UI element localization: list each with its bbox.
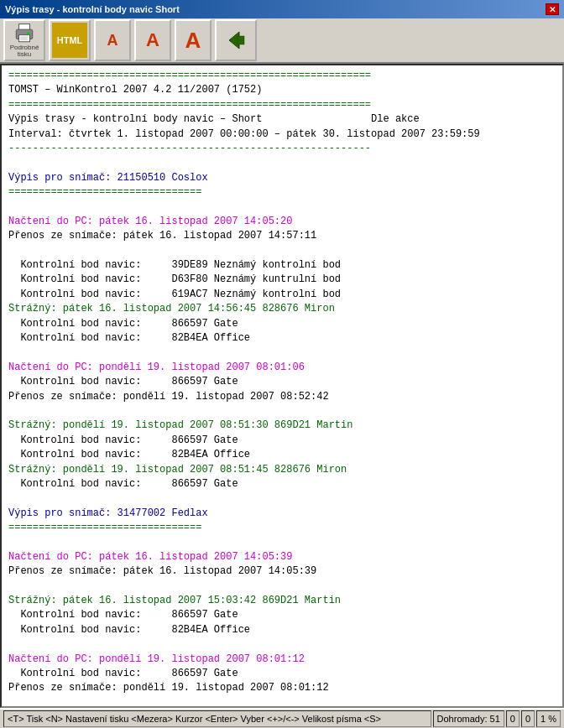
list-item <box>8 156 556 170</box>
list-item: Načtení do PC: pondělí 19. listopad 2007… <box>8 653 556 667</box>
status-zero1: 0 <box>506 710 520 727</box>
font-large-button[interactable]: A <box>175 19 212 61</box>
list-item: Kontrolní bod navic: 82B4EA Office <box>8 331 556 346</box>
svg-point-3 <box>27 32 29 34</box>
list-item: Kontrolní bod navic: 39DE89 Neznámý kont… <box>8 258 556 273</box>
list-item: Kontrolní bod navic: 82B4EA Office <box>8 448 556 462</box>
status-hint: <T> Tisk <N> Nastavení tisku <Mezera> Ku… <box>3 710 431 727</box>
printer-label: Podrobnétisku <box>10 44 39 58</box>
list-item <box>8 404 556 419</box>
list-item: TOMST – WinKontrol 2007 4.2 11/2007 (175… <box>8 83 556 97</box>
list-item: Kontrolní bod navic: D63F80 Neznámý kunt… <box>8 273 556 287</box>
close-button[interactable]: ✕ <box>546 3 559 15</box>
svg-rect-8 <box>238 36 244 44</box>
list-item: Kontrolní bod navic: 866597 Gate <box>8 477 556 491</box>
list-item: Strážný: pondělí 19. listopad 2007 08:51… <box>8 419 556 433</box>
html-button[interactable]: HTML <box>49 19 91 61</box>
list-item: Kontrolní bod navic: 866597 Gate <box>8 434 556 448</box>
list-item: Strážný: pátek 16. listopad 2007 14:56:4… <box>8 302 556 316</box>
font-large-icon: A <box>178 23 208 58</box>
list-item: Přenos ze snímače: pondělí 19. listopad … <box>8 681 556 695</box>
list-item: Přenos ze snímače: pátek 16. listopad 20… <box>8 229 556 243</box>
list-item: ================================ <box>8 185 556 200</box>
list-item: Přenos ze snímače: pondělí 19. listopad … <box>8 390 556 404</box>
list-item <box>8 244 556 258</box>
html-icon: HTML <box>52 23 87 58</box>
content-area[interactable]: ========================================… <box>0 64 564 708</box>
printer-icon: Podrobnétisku <box>7 23 42 58</box>
list-item <box>8 536 556 550</box>
print-button[interactable]: Podrobnétisku <box>3 19 45 61</box>
list-item <box>8 637 556 652</box>
font-medium-icon: A <box>138 23 168 58</box>
list-item <box>8 696 556 708</box>
toolbar: Podrobnétisku HTML A A A <box>0 18 564 64</box>
list-item: ----------------------------------------… <box>8 142 556 156</box>
list-item <box>8 200 556 215</box>
status-bar: <T> Tisk <N> Nastavení tisku <Mezera> Ku… <box>0 708 564 728</box>
back-icon <box>218 23 253 58</box>
list-item: Načtení do PC: pátek 16. listopad 2007 1… <box>8 550 556 564</box>
status-total: Dohromady: 51 <box>433 710 504 727</box>
status-zero2: 0 <box>521 710 535 727</box>
list-item: ========================================… <box>8 98 556 112</box>
list-item: Výpis trasy - kontrolní body navic – Sho… <box>8 112 556 127</box>
back-button[interactable] <box>215 19 257 61</box>
list-item: Výpis pro snímač: 31477002 Fedlax <box>8 507 556 521</box>
font-small-icon: A <box>97 23 128 58</box>
list-item: Kontrolní bod navic: 866597 Gate <box>8 375 556 389</box>
list-item: Načtení do PC: pátek 16. listopad 2007 1… <box>8 215 556 229</box>
font-medium-button[interactable]: A <box>134 19 171 61</box>
list-item <box>8 580 556 594</box>
list-item: Strážný: pátek 16. listopad 2007 15:03:4… <box>8 594 556 608</box>
list-item: Interval: čtvrtek 1. listopad 2007 00:00… <box>8 127 556 142</box>
list-item <box>8 346 556 360</box>
list-item: Kontrolní bod navic: 619AC7 Neznámý kont… <box>8 288 556 302</box>
status-percent: 1 % <box>536 710 561 727</box>
list-item: Přenos ze snímače: pátek 16. listopad 20… <box>8 564 556 579</box>
list-item: ================================ <box>8 521 556 535</box>
list-item: ========================================… <box>8 69 556 83</box>
list-item <box>8 491 556 506</box>
font-small-button[interactable]: A <box>94 19 131 61</box>
title-bar: Výpis trasy - kontrolní body navic Short… <box>0 0 564 18</box>
list-item: Načtení do PC: pondělí 19. listopad 2007… <box>8 361 556 375</box>
list-item: Kontrolní bod navic: 82B4EA Office <box>8 623 556 637</box>
list-item: Kontrolní bod navic: 866597 Gate <box>8 667 556 681</box>
list-item: Kontrolní bod navic: 866597 Gate <box>8 608 556 622</box>
window-title: Výpis trasy - kontrolní body navic Short <box>5 4 180 14</box>
list-item: Strážný: pondělí 19. listopad 2007 08:51… <box>8 463 556 477</box>
list-item: Výpis pro snímač: 21150510 Coslox <box>8 171 556 185</box>
list-item: Kontrolní bod navic: 866597 Gate <box>8 317 556 331</box>
